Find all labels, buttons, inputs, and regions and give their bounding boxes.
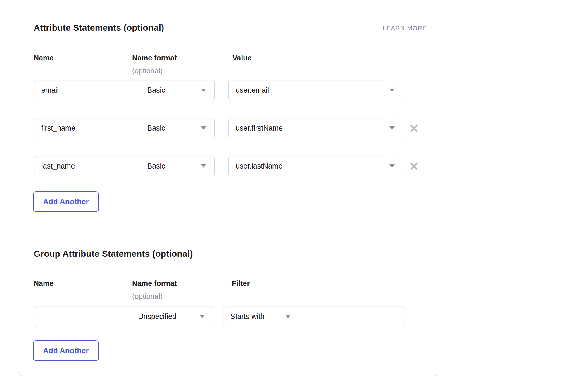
attribute-value-dropdown-button[interactable]	[383, 80, 401, 100]
chevron-down-icon	[389, 126, 395, 130]
add-another-group-attribute-button[interactable]: Add Another	[33, 340, 99, 361]
chevron-down-icon	[389, 89, 395, 92]
add-another-attribute-button[interactable]: Add Another	[33, 191, 99, 212]
attribute-name-input[interactable]	[34, 80, 140, 100]
group-name-format-value: Unspecified	[138, 312, 177, 321]
attribute-name-format-select[interactable]: Basic	[140, 118, 215, 138]
chevron-down-icon	[201, 126, 206, 130]
column-hint-optional: (optional)	[132, 292, 163, 301]
x-mark-icon	[410, 124, 418, 133]
section-divider	[33, 231, 427, 231]
remove-row-button[interactable]	[409, 161, 419, 171]
top-divider	[33, 4, 427, 4]
attribute-row-2-name-group: Basic	[34, 118, 215, 138]
group-row-name-group: Unspecified	[34, 306, 213, 327]
attribute-name-input[interactable]	[34, 156, 140, 176]
column-header-name: Name	[34, 279, 54, 288]
attribute-row-2-value-group	[228, 118, 401, 138]
learn-more-link[interactable]: LEARN MORE	[383, 25, 427, 32]
remove-row-button[interactable]	[409, 123, 419, 133]
group-filter-value-input[interactable]	[299, 306, 406, 327]
attribute-row-3-name-group: Basic	[34, 156, 215, 176]
chevron-down-icon	[201, 89, 206, 92]
column-header-name-format: Name format	[132, 279, 177, 288]
group-filter-type-value: Starts with	[230, 312, 265, 321]
group-filter-type-select[interactable]: Starts with	[223, 306, 299, 327]
group-name-input[interactable]	[34, 306, 131, 327]
attribute-name-format-select[interactable]: Basic	[140, 156, 215, 176]
attribute-name-format-value: Basic	[147, 162, 165, 170]
attribute-row-3-value-group	[228, 156, 401, 176]
attribute-value-input[interactable]	[229, 80, 383, 100]
column-header-filter: Filter	[232, 279, 250, 288]
chevron-down-icon	[200, 315, 205, 318]
chevron-down-icon	[201, 164, 206, 168]
attribute-value-dropdown-button[interactable]	[383, 156, 401, 176]
attribute-statements-title: Attribute Statements (optional)	[34, 23, 164, 33]
group-name-format-select[interactable]: Unspecified	[131, 306, 213, 327]
settings-page: Attribute Statements (optional) LEARN MO…	[0, 0, 583, 392]
column-header-name-format: Name format	[132, 54, 177, 62]
column-hint-optional: (optional)	[132, 67, 163, 75]
attribute-name-input[interactable]	[34, 118, 140, 138]
chevron-down-icon	[389, 164, 395, 168]
attribute-value-dropdown-button[interactable]	[383, 118, 401, 138]
column-header-name: Name	[34, 54, 54, 62]
column-header-value: Value	[232, 54, 251, 62]
attribute-row-1-name-group: Basic	[34, 80, 215, 100]
attribute-row-1-value-group	[228, 80, 401, 100]
x-mark-icon	[410, 162, 418, 171]
attribute-value-input[interactable]	[229, 118, 383, 138]
attribute-value-input[interactable]	[229, 156, 383, 176]
group-attribute-statements-title: Group Attribute Statements (optional)	[34, 249, 193, 259]
chevron-down-icon	[285, 315, 291, 318]
attribute-name-format-value: Basic	[147, 86, 165, 94]
attribute-name-format-select[interactable]: Basic	[140, 80, 215, 100]
attribute-name-format-value: Basic	[147, 124, 165, 132]
group-row-filter-group: Starts with	[223, 306, 406, 327]
